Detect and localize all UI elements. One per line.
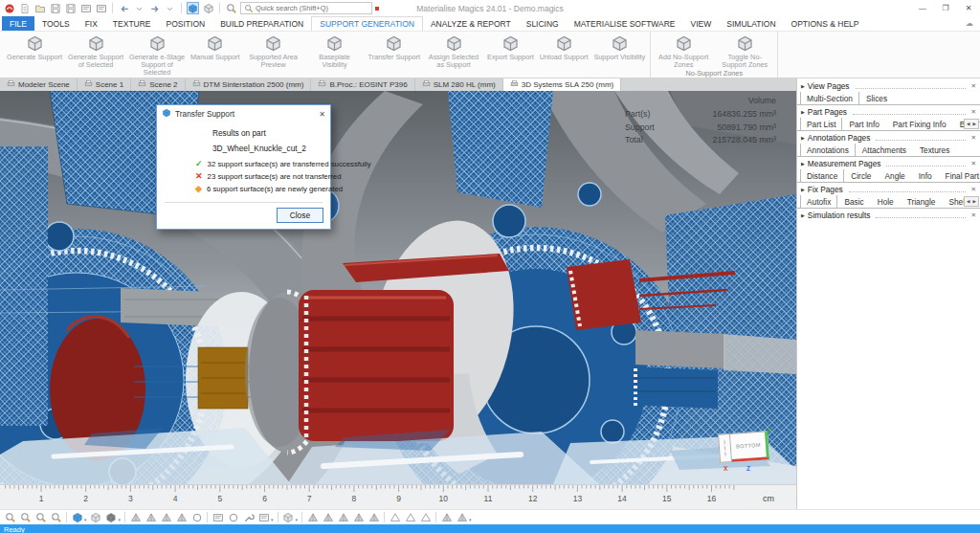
panel-header-simulation-results[interactable]: ▶Simulation results✕ xyxy=(797,209,980,221)
panel-close-icon[interactable]: ✕ xyxy=(971,82,976,90)
tab-multi-section[interactable]: Multi-Section xyxy=(800,92,859,105)
menu-tab-view[interactable]: VIEW xyxy=(683,16,720,31)
dropdown-caret-icon[interactable]: ▾ xyxy=(84,517,87,522)
panel-header-part-pages[interactable]: ▶Part Pages✕ xyxy=(797,105,980,118)
gizmo-bottom-face[interactable]: BOTTOM xyxy=(730,431,769,462)
transfer-support-button[interactable]: Transfer Support xyxy=(366,33,423,78)
dropdown-caret-icon[interactable]: ▾ xyxy=(469,517,472,522)
tab-textures[interactable]: Textures xyxy=(913,144,956,156)
scroll-left-icon[interactable]: ◀ xyxy=(967,199,969,204)
save-as-icon[interactable] xyxy=(64,2,77,14)
tab-triangle[interactable]: Triangle xyxy=(901,195,943,208)
add-no-support-zones-button[interactable]: Add No-Support Zones xyxy=(653,33,714,69)
close-button[interactable]: Close xyxy=(277,208,323,223)
magics-logo[interactable] xyxy=(3,2,15,14)
undo-menu-caret[interactable] xyxy=(133,2,145,14)
view-cube-icon[interactable] xyxy=(70,511,84,524)
select-plane-icon[interactable] xyxy=(403,511,417,524)
part-preview-icon[interactable] xyxy=(189,511,204,524)
tab-part-fixing-info[interactable]: Part Fixing Info xyxy=(886,118,953,130)
scroll-right-icon[interactable]: ▶ xyxy=(973,199,976,204)
zoom-in-icon[interactable] xyxy=(3,511,17,524)
open-project-icon[interactable] xyxy=(33,2,46,14)
generate-e-stage-support-of-selected-button[interactable]: Generate e-Stage Support of Selected xyxy=(126,33,188,78)
minimize-button[interactable]: — xyxy=(911,0,934,15)
tab-attachments[interactable]: Attachments xyxy=(856,144,913,156)
mark-all-icon[interactable] xyxy=(367,511,381,524)
menu-tab-file[interactable]: FILE xyxy=(2,16,34,31)
export-support-button[interactable]: Export Support xyxy=(484,33,537,78)
tab-hole[interactable]: Hole xyxy=(871,195,901,208)
tab-annotations[interactable]: Annotations xyxy=(800,144,856,157)
part-visibility-icon[interactable] xyxy=(281,511,296,524)
scene-tab-modeler-scene[interactable]: Modeler Scene xyxy=(0,78,78,91)
rotate-part-icon[interactable] xyxy=(144,511,158,524)
tab-angle[interactable]: Angle xyxy=(879,169,912,182)
shaded-view-icon[interactable] xyxy=(104,511,119,524)
panel-close-icon[interactable]: ✕ xyxy=(971,186,976,193)
select-brush-icon[interactable] xyxy=(226,511,240,524)
dropdown-caret-icon[interactable]: ▾ xyxy=(271,517,274,522)
zoom-selected-icon[interactable] xyxy=(33,511,48,524)
scroll-left-icon[interactable]: ◀ xyxy=(967,122,969,126)
panel-close-icon[interactable]: ✕ xyxy=(971,160,976,167)
redo-icon[interactable] xyxy=(148,2,161,14)
menu-tab-support-generation[interactable]: SUPPORT GENERATION xyxy=(311,16,423,31)
viewport-3d[interactable]: Volume Part(s)164836.255 mm³Support50891… xyxy=(0,91,796,484)
quick-search-box[interactable] xyxy=(240,2,372,14)
translate-part-icon[interactable] xyxy=(128,511,143,524)
close-button[interactable]: ✕ xyxy=(957,0,980,15)
scroll-right-icon[interactable]: ▶ xyxy=(973,122,976,126)
menu-tab-fix[interactable]: FIX xyxy=(78,16,105,31)
search-icon[interactable] xyxy=(225,2,237,14)
restore-button[interactable]: ❐ xyxy=(934,0,957,15)
dropdown-caret-icon[interactable]: ▾ xyxy=(119,517,122,522)
menu-tab-build-preparation[interactable]: BUILD PREPARATION xyxy=(212,16,311,31)
tab-part-info[interactable]: Part Info xyxy=(842,118,885,130)
zoom-all-icon[interactable] xyxy=(49,511,63,524)
cloud-sync-icon[interactable]: ☁ xyxy=(966,16,980,31)
supported-area-preview-button[interactable]: Supported Area Preview xyxy=(243,33,304,78)
select-window-icon[interactable] xyxy=(211,511,225,524)
wireframe-view-icon[interactable] xyxy=(89,511,103,524)
scene-tab-scene-1[interactable]: Scene 1 xyxy=(78,78,131,91)
shrink-selection-icon[interactable] xyxy=(455,511,469,524)
generate-support-button[interactable]: Generate Support xyxy=(4,33,65,78)
scene-tab-3d-systems-sla-250-mm[interactable]: 3D Systems SLA 250 (mm) xyxy=(503,78,621,91)
panel-header-fix-pages[interactable]: ▶Fix Pages✕ xyxy=(797,183,980,195)
menu-tab-options-help[interactable]: OPTIONS & HELP xyxy=(784,16,867,31)
menu-tab-slicing[interactable]: SLICING xyxy=(519,16,567,31)
panel-close-icon[interactable]: ✕ xyxy=(971,134,976,142)
scene-tab-dtm-sinterstation-2500-mm[interactable]: DTM Sinterstation 2500 (mm) xyxy=(186,78,312,91)
menu-tab-analyze-report[interactable]: ANALYZE & REPORT xyxy=(423,16,519,31)
import-part-icon[interactable] xyxy=(79,2,92,14)
3d-scene-canvas[interactable] xyxy=(0,91,796,484)
panel-header-view-pages[interactable]: ▶View Pages✕ xyxy=(797,79,980,92)
new-project-icon[interactable] xyxy=(18,2,31,14)
annotate-screen-icon[interactable] xyxy=(256,511,271,524)
undo-icon[interactable] xyxy=(118,2,130,14)
convert-stl-icon[interactable] xyxy=(174,511,189,524)
generate-support-of-selected-button[interactable]: Generate Support of Selected xyxy=(65,33,126,78)
toggle-no-support-zones-button[interactable]: Toggle No-Support Zones xyxy=(714,33,775,69)
measure-tool-icon[interactable] xyxy=(241,511,256,524)
search-input[interactable] xyxy=(256,4,368,12)
assign-selected-as-support-button[interactable]: Assign Selected as Support xyxy=(423,33,484,78)
panel-header-measurement-pages[interactable]: ▶Measurement Pages✕ xyxy=(797,157,980,169)
menu-tab-tools[interactable]: TOOLS xyxy=(34,16,78,31)
tab-distance[interactable]: Distance xyxy=(800,169,844,183)
tab-autofix[interactable]: Autofix xyxy=(800,195,837,209)
scene-tab-scene-2[interactable]: Scene 2 xyxy=(131,78,185,91)
menu-tab-texture[interactable]: TEXTURE xyxy=(105,16,159,31)
tab-info[interactable]: Info xyxy=(912,169,939,182)
mark-plane-icon[interactable] xyxy=(321,511,335,524)
shaded-view-icon[interactable] xyxy=(187,2,199,14)
select-surface-icon[interactable] xyxy=(418,511,433,524)
menu-tab-simulation[interactable]: SIMULATION xyxy=(719,16,783,31)
tab-final-part[interactable]: Final Part xyxy=(939,169,980,182)
view-orientation-gizmo[interactable]: BOTTOM Y X Z xyxy=(712,430,773,474)
dialog-title-bar[interactable]: Transfer Support ✕ xyxy=(157,105,330,122)
menu-tab-position[interactable]: POSITION xyxy=(159,16,213,31)
mark-triangle-icon[interactable] xyxy=(305,511,320,524)
panel-header-annotation-pages[interactable]: ▶Annotation Pages✕ xyxy=(797,131,980,144)
